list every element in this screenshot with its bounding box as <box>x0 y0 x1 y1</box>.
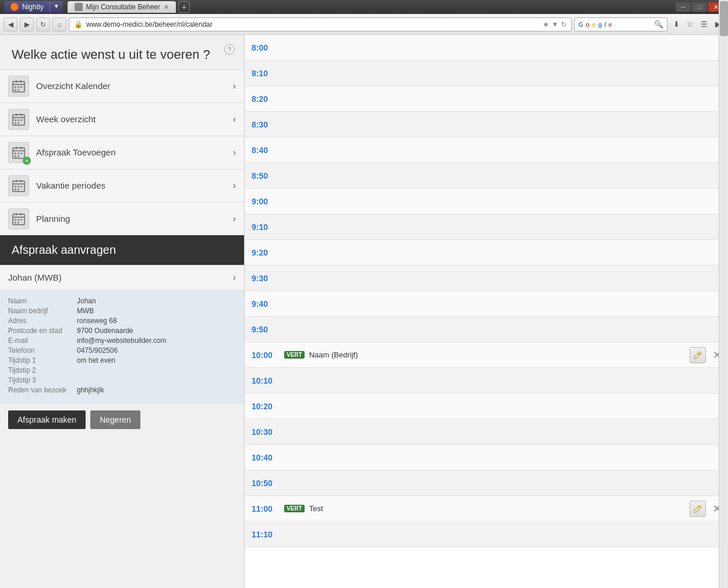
contact-tijdstip3-label: Tijdstip 3 <box>8 376 72 384</box>
contact-reden-label: Reden van bezoek <box>8 386 72 394</box>
forward-button[interactable]: ▶ <box>20 17 34 31</box>
time-content <box>280 404 728 409</box>
calendar-icon-2 <box>8 109 29 130</box>
vert-badge: VERT <box>284 351 305 359</box>
time-content <box>280 455 728 460</box>
new-tab-button[interactable]: + <box>178 1 190 13</box>
time-content <box>280 276 728 281</box>
time-row: 9:20 <box>245 240 728 265</box>
svg-rect-44 <box>17 222 19 224</box>
menu-label-4: Vakantie periodes <box>36 180 226 190</box>
contact-telefoon-value: 0475/902506 <box>77 346 118 355</box>
svg-rect-31 <box>15 186 16 187</box>
time-content: VERTTest✕ <box>280 498 728 519</box>
appointment-name: Test <box>309 504 685 513</box>
svg-rect-26 <box>17 155 19 157</box>
arrow-2: › <box>233 114 236 125</box>
contact-row-tijdstip1: Tijdstip 1 om het even <box>8 356 236 364</box>
menu-item-vakantie-periodes[interactable]: Vakantie periodes › <box>0 169 244 202</box>
svg-rect-42 <box>20 219 22 221</box>
afspraak-maken-button[interactable]: Afspraak maken <box>8 410 86 429</box>
calendar-area: 8:008:108:208:308:408:509:009:109:209:30… <box>245 35 728 588</box>
scrollbar[interactable] <box>719 0 728 588</box>
time-content <box>280 71 728 76</box>
contact-row-reden: Reden van bezoek ghhjhkjlk <box>8 386 236 394</box>
search-box[interactable]: G o o g l e 🔍 <box>574 17 667 31</box>
address-bar[interactable]: 🔒 www.demo-medici.be/beheer/nl/calendar … <box>69 17 572 31</box>
contact-reden-value: ghhjhkjlk <box>77 386 104 394</box>
time-row: 9:00 <box>245 189 728 214</box>
time-content <box>280 481 728 486</box>
svg-rect-22 <box>15 153 16 154</box>
back-button[interactable]: ◀ <box>3 17 17 31</box>
firefox-icon <box>10 3 19 11</box>
menu-label-1: Overzicht Kalender <box>36 81 226 91</box>
time-label: 8:20 <box>245 94 280 104</box>
menu-item-overzicht-kalender[interactable]: Overzicht Kalender › <box>0 69 244 102</box>
contact-tijdstip2-label: Tijdstip 2 <box>8 366 72 374</box>
download-icon[interactable]: ⬇ <box>670 18 683 31</box>
minimize-button[interactable]: ─ <box>676 2 691 12</box>
maximize-button[interactable]: □ <box>692 2 707 12</box>
browser-tab[interactable]: Mijn Consultatie Beheer ✕ <box>68 1 176 13</box>
appointment-name: Naam (Bedrijf) <box>309 350 685 359</box>
contact-row-tijdstip2: Tijdstip 2 <box>8 366 236 374</box>
negeren-button[interactable]: Negeren <box>90 410 140 429</box>
edit-appointment-button[interactable] <box>690 347 706 363</box>
nightly-button[interactable]: Nightly <box>5 1 50 13</box>
svg-rect-43 <box>15 222 16 224</box>
time-label: 11:10 <box>245 530 280 539</box>
contact-row-tijdstip3: Tijdstip 3 <box>8 376 236 384</box>
time-row: 11:10 <box>245 522 728 547</box>
aanvragen-arrow: › <box>233 272 236 283</box>
svg-rect-8 <box>17 89 19 91</box>
svg-rect-24 <box>20 153 22 154</box>
time-label: 9:40 <box>245 299 280 309</box>
time-content <box>280 532 728 537</box>
contact-postcode-value: 9700 Oudenaarde <box>77 327 133 335</box>
time-label: 8:40 <box>245 146 280 155</box>
time-row: 10:10 <box>245 368 728 394</box>
vert-badge: VERT <box>284 505 305 512</box>
contact-postcode-label: Postcode en stad <box>8 327 72 335</box>
menu-item-planning[interactable]: Planning › <box>0 202 244 235</box>
svg-rect-17 <box>17 122 19 124</box>
menu-label-3: Afspraak Toevoegen <box>36 147 226 157</box>
nightly-dropdown[interactable]: ▼ <box>50 1 63 13</box>
tab-close-button[interactable]: ✕ <box>164 3 169 11</box>
time-row: 11:00VERTTest✕ <box>245 496 728 522</box>
menu-item-afspraak-toevoegen[interactable]: + Afspraak Toevoegen › <box>0 136 244 169</box>
scrollbar-thumb[interactable] <box>720 1 728 36</box>
sidebar-header: Welke actie wenst u uit te voeren ? ? <box>0 35 244 69</box>
help-icon[interactable]: ? <box>224 44 235 55</box>
bookmark-icon[interactable]: ☆ <box>684 18 697 31</box>
menu-item-week-overzicht[interactable]: Week overzicht › <box>0 102 244 136</box>
home-button[interactable]: ⌂ <box>52 17 66 31</box>
contact-bedrijf-label: Naam bedrijf <box>8 307 72 315</box>
time-row: 8:00 <box>245 35 728 61</box>
menu-icon[interactable]: ☰ <box>698 18 711 31</box>
tab-title: Mijn Consultatie Beheer <box>86 3 160 11</box>
contact-row-adres: Adres ronseweg 68 <box>8 317 236 325</box>
svg-rect-14 <box>17 119 19 121</box>
time-content <box>280 378 728 383</box>
time-content <box>280 430 728 434</box>
contact-bedrijf-value: MWB <box>77 307 94 315</box>
time-label: 10:00 <box>245 350 280 360</box>
time-content <box>280 122 728 127</box>
svg-rect-35 <box>17 189 19 190</box>
tab-favicon <box>75 3 83 11</box>
calendar-icon-1 <box>8 76 29 97</box>
time-label: 9:50 <box>245 325 280 334</box>
reload-button[interactable]: ↻ <box>36 17 50 31</box>
arrow-5: › <box>233 214 236 224</box>
time-row: 8:20 <box>245 86 728 112</box>
time-label: 10:20 <box>245 402 280 411</box>
edit-appointment-button[interactable] <box>690 501 706 517</box>
time-label: 8:30 <box>245 120 280 129</box>
time-content <box>280 148 728 153</box>
aanvragen-item-johan[interactable]: Johan (MWB) › <box>0 265 244 290</box>
svg-rect-40 <box>15 219 16 221</box>
time-content <box>280 97 728 101</box>
svg-rect-4 <box>15 86 16 88</box>
